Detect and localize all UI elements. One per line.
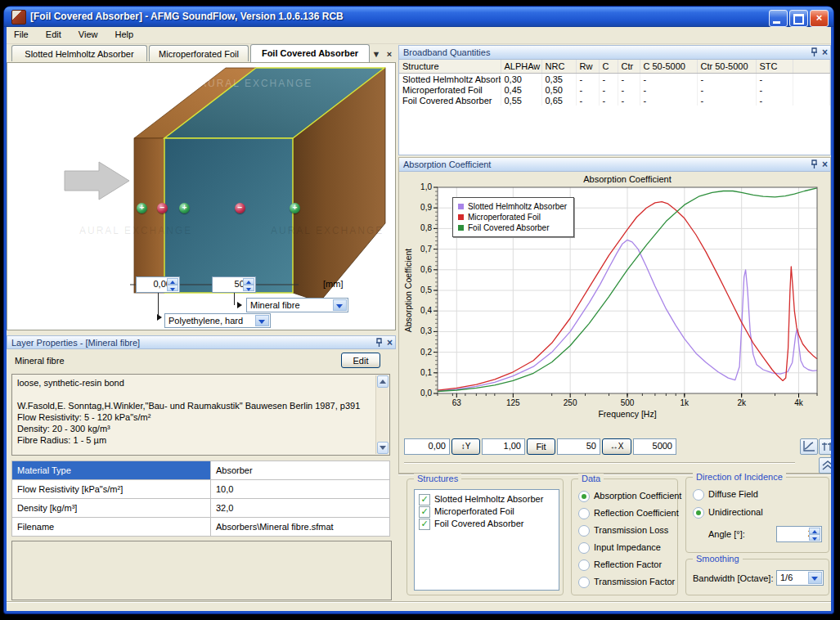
layer2-thickness-spinner[interactable] <box>243 278 254 291</box>
tab-slotted-helmholtz-absorber[interactable]: Slotted Helmholtz Absorber <box>11 45 147 61</box>
material-description[interactable]: loose, synthetic-resin bond W.Fasold,E. … <box>11 374 390 456</box>
column-header[interactable]: Ctr 50-5000 <box>697 60 756 74</box>
chevron-down-icon[interactable] <box>255 315 269 326</box>
property-key[interactable]: Filename <box>12 518 211 537</box>
column-header[interactable]: Ctr <box>618 60 640 74</box>
y-max-input[interactable]: 1,00 <box>482 438 525 455</box>
layer1-material-dropdown[interactable]: Polyethylene, hard <box>164 313 271 328</box>
radio-selected-icon[interactable] <box>693 507 704 519</box>
checkbox-checked-icon[interactable]: ✓ <box>419 506 430 518</box>
angle-input[interactable]: 25 <box>776 526 822 542</box>
layer-properties-header[interactable]: Layer Properties - [Mineral fibre] × <box>7 335 396 349</box>
title-bar[interactable]: [Foil Covered Absorber] - AFMG SoundFlow… <box>4 7 833 27</box>
cursor-button[interactable] <box>819 438 831 455</box>
menu-edit[interactable]: Edit <box>38 27 69 43</box>
scroll-up-icon[interactable] <box>377 375 389 388</box>
window-title: [Foil Covered Absorber] - AFMG SoundFlow… <box>30 11 344 22</box>
y-scale-button[interactable]: ↕Y <box>451 438 480 455</box>
tab-microperforated-foil[interactable]: Microperforated Foil <box>149 45 249 61</box>
y-min-input[interactable]: 0,00 <box>404 438 450 455</box>
checkbox-checked-icon[interactable]: ✓ <box>419 519 430 530</box>
property-key[interactable]: Flow Resistivity [kPa"s/m²] <box>12 480 211 499</box>
table-row[interactable]: Flow Resistivity [kPa"s/m²] 10,0 <box>12 480 390 499</box>
column-header[interactable]: ALPHAw <box>501 60 541 74</box>
radio-icon[interactable] <box>578 542 590 554</box>
legend-entry: Foil Covered Absorber <box>458 222 567 233</box>
angle-spinner[interactable] <box>809 528 820 541</box>
absorption-chart[interactable]: 631252505001k2k4k0,00,10,20,30,40,50,60,… <box>403 174 829 433</box>
add-layer-button[interactable]: + <box>179 203 190 213</box>
layer1-thickness-input[interactable]: 0,001 <box>136 276 180 293</box>
radio-icon[interactable] <box>693 489 704 501</box>
structures-listbox[interactable]: ✓ Slotted Helmholtz Absorber ✓ Microperf… <box>414 489 559 591</box>
pin-icon[interactable] <box>811 159 818 169</box>
pin-icon[interactable] <box>375 338 383 348</box>
chevron-down-icon[interactable] <box>333 299 347 311</box>
property-key[interactable]: Material Type <box>12 461 211 480</box>
broadband-header[interactable]: Broadband Quantities × <box>399 46 830 60</box>
tab-close-icon[interactable]: × <box>384 49 395 60</box>
fit-button[interactable]: Fit <box>527 438 555 455</box>
radio-icon[interactable] <box>578 508 590 519</box>
tab-foil-covered-absorber[interactable]: Foil Covered Absorber <box>250 44 370 62</box>
table-row[interactable]: Filename Absorbers\Mineral fibre.sfmat <box>12 518 390 537</box>
layer1-thickness-spinner[interactable] <box>167 278 178 291</box>
column-header[interactable]: Structure <box>399 60 501 74</box>
close-panel-icon[interactable]: × <box>822 159 828 169</box>
layer2-material-dropdown[interactable]: Mineral fibre <box>246 298 348 312</box>
menu-view[interactable]: View <box>71 27 106 43</box>
checkbox-checked-icon[interactable]: ✓ <box>419 494 430 505</box>
column-header[interactable]: NRC <box>541 60 576 74</box>
property-value[interactable]: Absorber <box>211 461 390 480</box>
chevron-up-double-icon <box>820 458 831 473</box>
close-panel-icon[interactable]: × <box>387 338 393 348</box>
pin-icon[interactable] <box>811 47 818 57</box>
tab-list-dropdown-icon[interactable]: ▼ <box>371 49 382 60</box>
close-button[interactable]: × <box>810 10 829 27</box>
remove-layer-button[interactable]: − <box>235 203 245 213</box>
table-row[interactable]: Slotted Helmholtz Absorber0,300,35------ <box>399 74 830 85</box>
scrollbar[interactable] <box>375 375 389 454</box>
table-row[interactable]: Density [kg/m³] 32,0 <box>12 499 390 518</box>
scroll-down-icon[interactable] <box>377 442 389 454</box>
layer2-thickness-input[interactable]: 50,0 <box>212 276 256 293</box>
column-header[interactable]: STC <box>756 60 793 74</box>
close-panel-icon[interactable]: × <box>822 47 828 57</box>
x-scale-button[interactable]: ↔X <box>602 438 631 455</box>
table-row[interactable]: Microperforated Foil0,450,50------ <box>399 84 830 95</box>
legend-label: Foil Covered Absorber <box>468 223 550 232</box>
radio-icon[interactable] <box>578 577 590 588</box>
property-value[interactable]: Absorbers\Mineral fibre.sfmat <box>211 518 390 537</box>
bandwidth-dropdown[interactable]: 1/6 <box>776 570 824 586</box>
watermark-text: AURAL EXCHANGE <box>79 225 192 236</box>
table-row[interactable]: Material Type Absorber <box>12 461 390 480</box>
column-header[interactable]: C <box>599 60 618 74</box>
property-value[interactable]: 32,0 <box>211 499 390 518</box>
add-layer-button[interactable]: + <box>137 203 147 213</box>
x-max-input[interactable]: 5000 <box>633 438 676 455</box>
edit-button[interactable]: Edit <box>341 353 380 368</box>
layer-structure-3d-view[interactable] <box>7 63 395 330</box>
radio-selected-icon[interactable] <box>578 491 590 502</box>
property-value[interactable]: 10,0 <box>211 480 390 499</box>
x-min-input[interactable]: 50 <box>557 438 600 455</box>
collapse-button[interactable] <box>819 457 831 474</box>
menu-file[interactable]: File <box>7 27 36 43</box>
fibre-layer-front[interactable] <box>164 138 293 293</box>
chart-panel-header[interactable]: Absorption Coefficient × <box>399 158 830 172</box>
bandwidth-label: Bandwidth [Octave]: <box>693 573 773 583</box>
maximize-button[interactable] <box>789 10 808 27</box>
column-header[interactable]: Rw <box>576 60 599 74</box>
menu-help[interactable]: Help <box>108 27 141 43</box>
foil-layer-front[interactable] <box>134 138 164 293</box>
radio-icon[interactable] <box>578 559 590 571</box>
add-layer-button[interactable]: + <box>290 203 300 213</box>
property-key[interactable]: Density [kg/m³] <box>12 499 211 518</box>
table-row[interactable]: Foil Covered Absorber0,550,65------ <box>399 95 830 106</box>
chevron-down-icon[interactable] <box>808 572 822 584</box>
column-header[interactable]: C 50-5000 <box>640 60 697 74</box>
radio-icon[interactable] <box>578 525 590 537</box>
minimize-button[interactable] <box>769 10 788 27</box>
remove-layer-button[interactable]: − <box>157 203 168 213</box>
chart-settings-button[interactable] <box>800 438 818 455</box>
